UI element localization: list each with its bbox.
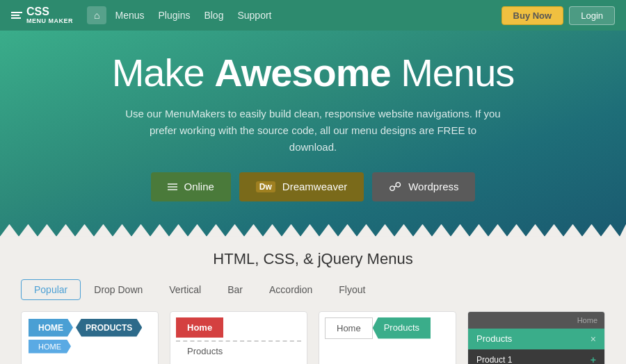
card1-content: HOME PRODUCTS HOME	[22, 312, 158, 361]
dreamweaver-label: Dreamweaver	[282, 181, 347, 192]
wordpress-label: Wordpress	[408, 181, 458, 192]
nav-plugins[interactable]: Plugins	[159, 10, 191, 21]
tab-popular[interactable]: Popular	[21, 279, 81, 300]
card4-products: Products ×	[468, 329, 604, 349]
online-label: Online	[184, 181, 214, 192]
hero-title-end: Menus	[391, 51, 515, 94]
section-title: HTML, CSS, & jQuery Menus	[21, 250, 605, 268]
tab-vertical[interactable]: Vertical	[156, 279, 214, 300]
tab-dropdown[interactable]: Drop Down	[81, 279, 156, 300]
menu-section: HTML, CSS, & jQuery Menus Popular Drop D…	[0, 236, 626, 364]
card3-products: Products	[373, 317, 431, 339]
top-navigation: CSS MENU MAKER ⌂ Menus Plugins Blog Supp…	[0, 0, 626, 31]
tab-accordion[interactable]: Accordion	[256, 279, 326, 300]
buy-now-button[interactable]: Buy Now	[501, 6, 564, 25]
hero-section: Make Awesome Menus Use our MenuMakers to…	[0, 31, 626, 236]
hero-subtitle: Use our MenuMakers to easily build clean…	[125, 106, 501, 156]
online-button[interactable]: Online	[151, 172, 231, 201]
card4-products-label: Products	[476, 333, 512, 344]
card3-home: Home	[325, 317, 373, 339]
logo-text: CSS MENU MAKER	[26, 6, 73, 24]
card4-product1-row: Product 1 +	[468, 349, 604, 364]
hero-buttons: Online Dw Dreamweaver ☍ Wordpress	[14, 172, 612, 201]
tab-flyout[interactable]: Flyout	[326, 279, 378, 300]
nav-menus[interactable]: Menus	[115, 10, 144, 21]
nav-links: Menus Plugins Blog Support	[115, 10, 492, 21]
hero-title-start: Make	[112, 51, 215, 94]
card4-header: Home	[468, 312, 604, 329]
list-icon	[168, 183, 177, 190]
card4-plus-icon: +	[591, 354, 596, 364]
wordpress-icon: ☍	[389, 179, 401, 195]
logo: CSS MENU MAKER	[11, 6, 73, 24]
preview-card-4[interactable]: Home Products × Product 1 +	[467, 311, 605, 364]
card1-bottom: HOME	[29, 340, 151, 354]
card4-close-icon: ×	[591, 333, 596, 345]
preview-card-2[interactable]: Home Products	[170, 311, 307, 364]
nav-blog[interactable]: Blog	[204, 10, 223, 21]
hero-title-bold: Awesome	[214, 51, 390, 94]
logo-icon	[11, 12, 22, 19]
hero-title: Make Awesome Menus	[14, 51, 612, 94]
card1-home: HOME	[29, 319, 73, 337]
card2-content: Home Products	[170, 312, 307, 364]
nav-support[interactable]: Support	[237, 10, 271, 21]
card1-top: HOME PRODUCTS	[29, 319, 151, 337]
card1-products: PRODUCTS	[76, 319, 142, 337]
wordpress-button[interactable]: ☍ Wordpress	[372, 172, 475, 201]
logo-sub: MENU MAKER	[26, 18, 73, 25]
dreamweaver-button[interactable]: Dw Dreamweaver	[239, 172, 364, 201]
card2-products: Products	[176, 340, 301, 361]
tab-bar[interactable]: Bar	[214, 279, 256, 300]
dw-badge: Dw	[256, 181, 275, 192]
card4-content: Home Products × Product 1 +	[468, 312, 604, 364]
home-button[interactable]: ⌂	[87, 6, 106, 24]
card1-home-sub: HOME	[29, 340, 71, 354]
preview-card-1[interactable]: HOME PRODUCTS HOME	[21, 311, 159, 364]
menu-tabs: Popular Drop Down Vertical Bar Accordion…	[21, 279, 605, 300]
menu-previews: HOME PRODUCTS HOME Home Products Home Pr…	[21, 311, 605, 364]
card2-home: Home	[176, 317, 223, 338]
card4-product1-label: Product 1	[476, 355, 512, 364]
card3-content: Home Products	[319, 312, 456, 345]
nav-right: Buy Now Login	[501, 6, 615, 25]
preview-card-3[interactable]: Home Products	[319, 311, 456, 364]
logo-css: CSS	[26, 6, 73, 18]
login-button[interactable]: Login	[569, 6, 615, 25]
